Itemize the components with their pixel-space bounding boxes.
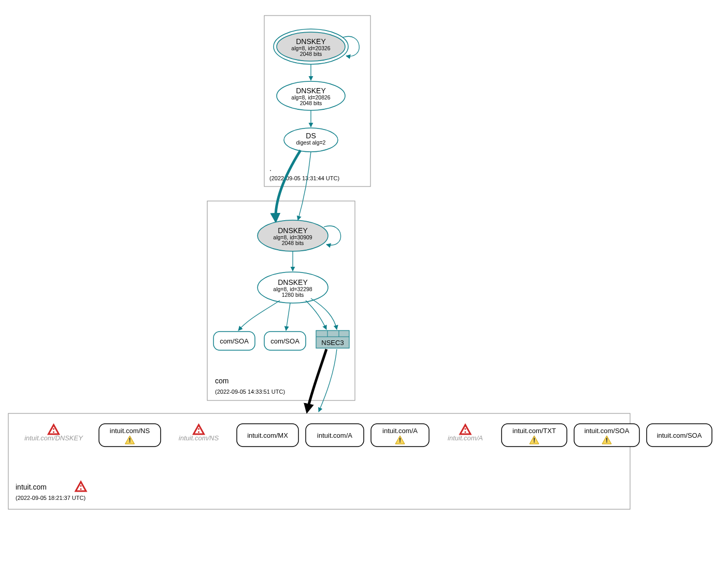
edge-com-zsk-soa2: [286, 303, 290, 331]
node-com-zsk-bits: 1280 bits: [282, 292, 304, 298]
node-com-soa-2-label: com/SOA: [270, 337, 299, 345]
node-com-ksk-bits: 2048 bits: [282, 240, 304, 246]
record-4: intuit.com/A: [306, 424, 364, 447]
edge-nsec3-target-black: [307, 349, 326, 411]
record-6-label: intuit.com/A: [448, 434, 483, 442]
node-com-nsec3: NSEC3: [316, 331, 349, 348]
record-9: intuit.com/SOA: [647, 424, 712, 447]
svg-point-29: [464, 428, 466, 429]
zone-com-timestamp: (2022-09-05 14:33:51 UTC): [215, 389, 285, 395]
node-root-zsk-title: DNSKEY: [296, 87, 326, 95]
node-root-zsk: DNSKEY alg=8, id=20826 2048 bits: [277, 81, 345, 110]
svg-point-15: [80, 485, 81, 486]
node-com-ksk-title: DNSKEY: [278, 226, 308, 235]
record-5: intuit.com/A: [371, 424, 429, 447]
record-2-label: intuit.com/NS: [179, 434, 219, 442]
zone-root: . (2022-09-05 13:31:44 UTC) DNSKEY alg=8…: [264, 16, 370, 186]
svg-point-16: [80, 488, 81, 490]
zone-com: com (2022-09-05 14:33:51 UTC) DNSKEY alg…: [207, 150, 355, 400]
dnssec-chain-diagram: . (2022-09-05 13:31:44 UTC) DNSKEY alg=8…: [0, 0, 728, 574]
edge-com-zsk-nsec3-a: [306, 300, 326, 329]
zone-target-label: intuit.com: [16, 483, 47, 491]
node-root-ksk: DNSKEY alg=8, id=20326 2048 bits: [274, 29, 348, 64]
svg-point-18: [53, 431, 54, 433]
zone-root-timestamp: (2022-09-05 13:31:44 UTC): [269, 175, 339, 181]
edge-com-zsk-soa1: [238, 300, 280, 331]
zone-target: intuit.com (2022-09-05 18:21:37 UTC) int…: [8, 349, 712, 509]
error-icon: [194, 425, 204, 434]
svg-rect-27: [399, 438, 401, 441]
node-root-ksk-title: DNSKEY: [296, 37, 326, 46]
svg-rect-35: [606, 438, 607, 441]
svg-point-22: [198, 428, 199, 429]
svg-point-17: [53, 428, 54, 429]
record-4-label: intuit.com/A: [317, 432, 352, 439]
record-5-label: intuit.com/A: [382, 427, 418, 435]
record-1-label: intuit.com/NS: [110, 427, 150, 435]
record-3: intuit.com/MX: [237, 424, 298, 447]
record-9-label: intuit.com/SOA: [657, 432, 702, 439]
error-icon: [460, 425, 470, 434]
svg-rect-32: [534, 438, 535, 441]
record-3-label: intuit.com/MX: [247, 432, 288, 439]
zone-com-label: com: [215, 377, 229, 385]
record-7-label: intuit.com/TXT: [512, 427, 556, 435]
record-2: intuit.com/NS: [179, 425, 219, 442]
node-com-soa-1: com/SOA: [213, 332, 255, 350]
zone-target-timestamp: (2022-09-05 18:21:37 UTC): [16, 495, 85, 501]
edge-ds-comksk-thin: [298, 152, 311, 220]
zone-root-label: .: [269, 164, 272, 173]
record-6: intuit.com/A: [448, 425, 483, 442]
record-7: intuit.com/TXT: [502, 424, 567, 447]
node-root-ds-title: DS: [306, 132, 316, 140]
node-com-nsec3-label: NSEC3: [321, 339, 344, 347]
svg-rect-33: [534, 441, 535, 442]
zone-target-error-icon: [76, 482, 86, 491]
node-com-ksk: DNSKEY alg=8, id=30909 2048 bits: [258, 220, 328, 251]
node-com-zsk-title: DNSKEY: [278, 278, 308, 286]
node-com-soa-1-label: com/SOA: [220, 337, 249, 345]
record-0-label: intuit.com/DNSKEY: [24, 434, 83, 442]
record-8: intuit.com/SOA: [574, 424, 639, 447]
svg-rect-20: [130, 438, 131, 441]
record-1: intuit.com/NS: [99, 424, 161, 447]
edge-nsec3-target-teal: [319, 349, 337, 412]
node-root-ksk-bits: 2048 bits: [300, 51, 322, 57]
edge-ds-comksk-bold: [276, 150, 301, 220]
node-root-ds: DS digest alg=2: [284, 128, 338, 152]
node-root-ds-alg: digest alg=2: [296, 139, 326, 146]
record-8-label: intuit.com/SOA: [584, 427, 630, 435]
target-records-row: intuit.com/DNSKEYintuit.com/NSintuit.com…: [24, 424, 712, 447]
record-0: intuit.com/DNSKEY: [24, 425, 83, 442]
node-com-soa-2: com/SOA: [264, 332, 306, 350]
node-root-zsk-bits: 2048 bits: [300, 100, 322, 106]
svg-rect-21: [130, 441, 131, 442]
svg-point-23: [198, 431, 199, 433]
svg-rect-36: [606, 441, 607, 442]
error-icon: [49, 425, 59, 434]
svg-point-30: [464, 431, 466, 433]
node-com-zsk: DNSKEY alg=8, id=32298 1280 bits: [258, 272, 328, 303]
svg-rect-28: [399, 441, 401, 442]
